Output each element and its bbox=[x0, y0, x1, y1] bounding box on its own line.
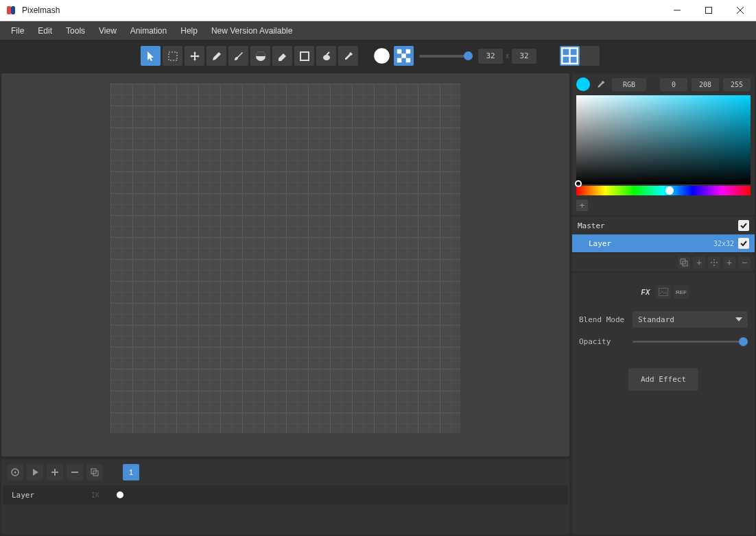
brush-shape-circle[interactable] bbox=[372, 46, 392, 66]
current-color-swatch[interactable] bbox=[576, 77, 590, 91]
window-minimize-button[interactable] bbox=[661, 0, 693, 21]
canvas-size-slider[interactable] bbox=[419, 55, 473, 58]
grid-option-button[interactable] bbox=[580, 46, 600, 66]
layer-item-0-visibility[interactable] bbox=[738, 238, 749, 249]
svg-point-20 bbox=[14, 472, 16, 474]
fx-tabs: FX REF bbox=[579, 285, 748, 299]
tool-pointer[interactable] bbox=[141, 46, 161, 66]
layer-merge-button[interactable] bbox=[708, 256, 720, 269]
fx-tab-ref[interactable]: REF bbox=[674, 285, 689, 299]
color-panel: RGB 0 208 255 + bbox=[572, 73, 755, 215]
canvas-height-input[interactable]: 32 bbox=[512, 49, 536, 64]
canvas-grid[interactable] bbox=[110, 84, 460, 433]
svg-rect-1 bbox=[11, 6, 15, 14]
fx-tab-fx[interactable]: FX bbox=[638, 285, 653, 299]
add-swatch-button[interactable]: + bbox=[576, 199, 588, 211]
color-field-cursor[interactable] bbox=[575, 180, 582, 187]
timeline-settings-button[interactable] bbox=[7, 464, 23, 480]
app-logo-icon bbox=[5, 5, 16, 16]
svg-point-30 bbox=[716, 262, 718, 263]
color-header: RGB 0 208 255 bbox=[576, 77, 751, 91]
timeline-play-button[interactable] bbox=[27, 464, 43, 480]
timeline-layer-row[interactable]: Layer IK bbox=[3, 485, 567, 504]
left-column: 1 Layer IK bbox=[0, 72, 571, 536]
menu-update-notice[interactable]: New Version Available bbox=[204, 23, 300, 39]
effects-panel: FX REF Blend Mode Standard Opacity bbox=[572, 273, 755, 535]
svg-point-29 bbox=[713, 262, 715, 263]
timeline-toolbar: 1 bbox=[1, 459, 569, 485]
right-panel: RGB 0 208 255 + Master Layer bbox=[571, 72, 756, 536]
color-mode-select[interactable]: RGB bbox=[612, 78, 646, 91]
tool-brush[interactable] bbox=[228, 46, 248, 66]
layers-panel: Master Layer 32x32 bbox=[572, 217, 755, 252]
grid-toggle-button[interactable] bbox=[560, 46, 580, 66]
svg-rect-0 bbox=[7, 6, 11, 14]
hue-cursor[interactable] bbox=[665, 186, 674, 195]
menu-edit[interactable]: Edit bbox=[31, 23, 59, 39]
tool-smudge[interactable] bbox=[316, 46, 336, 66]
svg-point-31 bbox=[713, 259, 715, 260]
tool-eyedropper[interactable] bbox=[338, 46, 358, 66]
svg-rect-15 bbox=[406, 58, 410, 62]
layer-add-button[interactable]: + bbox=[693, 256, 705, 269]
menu-help[interactable]: Help bbox=[174, 23, 204, 39]
svg-rect-6 bbox=[169, 52, 177, 60]
menu-view[interactable]: View bbox=[92, 23, 123, 39]
slider-thumb[interactable] bbox=[464, 51, 473, 60]
toolbar: 32 x 32 bbox=[0, 40, 756, 72]
add-effect-button[interactable]: Add Effect bbox=[628, 368, 698, 391]
timeline-remove-frame-button[interactable] bbox=[67, 464, 83, 480]
color-g-input[interactable]: 208 bbox=[692, 78, 719, 91]
window-close-button[interactable] bbox=[724, 0, 756, 21]
menu-file[interactable]: File bbox=[4, 23, 31, 39]
layer-add-group-button[interactable]: + bbox=[723, 256, 735, 269]
layer-item-0[interactable]: Layer 32x32 bbox=[572, 234, 755, 252]
window-titlebar: Pixelmash bbox=[0, 0, 756, 21]
tool-shape[interactable] bbox=[294, 46, 314, 66]
timeline-duplicate-button[interactable] bbox=[86, 464, 103, 480]
color-b-input[interactable]: 255 bbox=[723, 78, 751, 91]
opacity-label: Opacity bbox=[579, 337, 627, 346]
svg-rect-14 bbox=[397, 58, 401, 62]
hue-slider[interactable] bbox=[576, 186, 751, 195]
size-separator: x bbox=[503, 52, 512, 60]
blend-mode-select[interactable]: Standard bbox=[633, 311, 748, 328]
blend-mode-label: Blend Mode bbox=[579, 315, 627, 324]
blend-mode-row: Blend Mode Standard bbox=[579, 311, 748, 328]
fx-tab-image[interactable] bbox=[656, 285, 671, 299]
eyedropper-icon[interactable] bbox=[594, 77, 608, 91]
menu-animation[interactable]: Animation bbox=[123, 23, 174, 39]
svg-rect-11 bbox=[397, 49, 401, 53]
timeline-keyframe-1[interactable] bbox=[112, 491, 128, 498]
canvas-viewport[interactable] bbox=[1, 73, 569, 456]
opacity-slider[interactable] bbox=[633, 341, 748, 343]
timeline-ik-label: IK bbox=[91, 491, 112, 499]
menu-tools[interactable]: Tools bbox=[59, 23, 92, 39]
tool-move[interactable] bbox=[185, 46, 204, 66]
svg-rect-13 bbox=[401, 53, 405, 58]
color-r-input[interactable]: 0 bbox=[660, 78, 687, 91]
svg-point-10 bbox=[374, 48, 390, 64]
timeline-frame-1[interactable]: 1 bbox=[123, 464, 139, 480]
canvas-width-input[interactable]: 32 bbox=[478, 49, 503, 64]
layer-delete-button[interactable]: − bbox=[738, 256, 751, 269]
tool-pencil[interactable] bbox=[206, 46, 226, 66]
brush-shape-group bbox=[372, 46, 414, 66]
layer-master-visibility[interactable] bbox=[738, 220, 749, 231]
menubar: File Edit Tools View Animation Help New … bbox=[0, 21, 756, 40]
tool-marquee[interactable] bbox=[163, 46, 182, 66]
color-field[interactable] bbox=[576, 95, 751, 184]
chevron-down-icon bbox=[735, 317, 742, 321]
tool-eraser[interactable] bbox=[272, 46, 292, 66]
fx-tab-fx-label: FX bbox=[641, 289, 650, 296]
layer-duplicate-button[interactable] bbox=[678, 256, 690, 269]
window-title: Pixelmash bbox=[22, 5, 661, 15]
layer-tools: + + − bbox=[572, 254, 755, 271]
window-maximize-button[interactable] bbox=[693, 0, 724, 21]
brush-shape-square[interactable] bbox=[394, 46, 414, 66]
timeline-add-frame-button[interactable] bbox=[47, 464, 63, 480]
tool-bucket[interactable] bbox=[250, 46, 270, 66]
layer-master[interactable]: Master bbox=[572, 217, 755, 234]
opacity-slider-thumb[interactable] bbox=[739, 337, 748, 346]
svg-rect-3 bbox=[706, 8, 712, 14]
